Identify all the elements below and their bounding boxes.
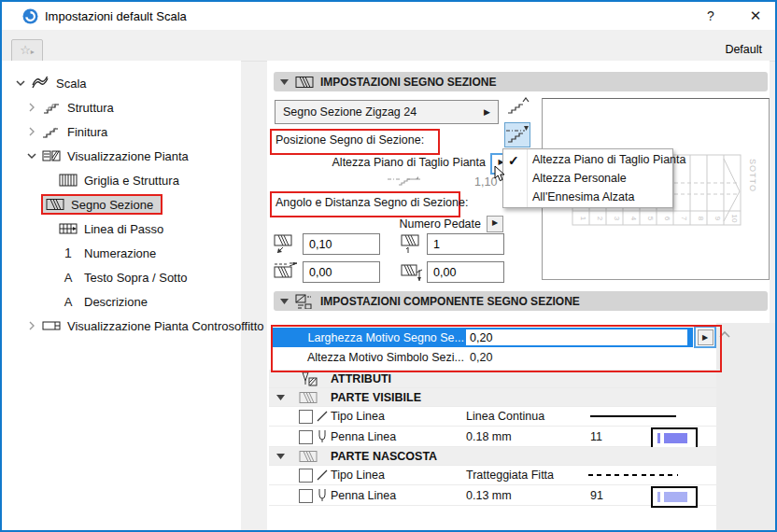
default-favorite-label[interactable]: Default [725,43,762,56]
tread-number: 5 [646,217,655,221]
chevron-right-icon[interactable] [26,321,37,330]
collapse-triangle-icon[interactable] [276,395,285,400]
marker-angle-input[interactable] [303,261,380,283]
component-row-selected[interactable]: Larghezza Motivo Segno Se... [273,328,693,347]
tree-item-label: Visualizzazione Pianta Controsoffitto [67,319,264,333]
chevron-down-icon[interactable] [15,79,26,87]
tree-item-griglia-e-struttura[interactable]: Griglia e Struttura [2,168,297,192]
menu-item-ennesima-alzata[interactable]: All'Ennesima Alzata [503,188,672,206]
marker-tread-number-icon [401,234,423,255]
settings-tree: Scala Struttura Finitura Visualizzazione… [2,61,241,530]
tree-item-linea-di-passo[interactable]: Linea di Passo [2,217,297,241]
help-button[interactable]: ? [695,2,727,30]
row-value[interactable]: 0.13 mm [466,489,512,502]
tread-number-input[interactable] [427,233,504,255]
chevron-down-icon[interactable] [26,152,37,160]
marker-position-top-button[interactable] [504,93,530,119]
line-sample-dashed [588,474,678,476]
stair-marker-top-icon [505,96,530,117]
marker-distance-input[interactable] [303,233,380,255]
component-settings-icon [295,294,314,309]
stair-structure-icon [41,101,62,114]
attributes-title: ATTRIBUTI [331,372,391,385]
number-one-icon: 1 [58,245,78,260]
section-header-componente[interactable]: IMPOSTAZIONI COMPONENTE SEGNO SEZIONE [274,291,768,311]
tree-item-numerazione[interactable]: 1 Numerazione [2,241,297,265]
position-label: Posizione Segno di Sezione: [275,133,424,147]
collapse-triangle-icon [280,79,289,85]
hidden-part-header-row[interactable]: PARTE NASCOSTA [269,447,716,466]
section-header-segno-sezione[interactable]: IMPOSTAZIONI SEGNO SEZIONE [274,72,768,91]
tread-number: 4 [629,217,638,221]
line-type-checkbox[interactable] [299,469,313,483]
scroll-up-icon[interactable] [718,330,731,339]
letter-a-icon: A [58,295,78,309]
tree-item-label: Struttura [67,101,114,115]
tread-number: 6 [663,217,671,221]
row-value[interactable]: Linea Continua [466,410,544,423]
scrollbar-track[interactable] [716,323,775,530]
line-type-checkbox[interactable] [299,410,313,424]
tree-item-testo-sopra-sotto[interactable]: A Testo Sopra / Sotto [2,265,297,289]
section-mark-icon [45,198,65,211]
tree-item-finitura[interactable]: Finitura [2,119,265,144]
flyout-icon: ▸ [31,48,35,56]
tree-item-segno-sezione[interactable]: Segno Sezione [2,192,280,217]
component-label: Larghezza Motivo Segno Se... [273,331,464,344]
line-pen-row[interactable]: Penna Linea 0.18 mm 11 [269,427,716,447]
tread-number: 10 [730,215,739,223]
line-pen-checkbox[interactable] [299,430,313,444]
pen-color-swatch[interactable] [651,486,698,508]
window-title: Impostazioni default Scala [45,9,187,23]
pen-number: 91 [590,489,603,502]
line-sample-solid [590,415,676,417]
tree-item-label: Visualizzazione Pianta [67,149,189,163]
menu-item-altezza-personale[interactable]: Altezza Personale [503,169,672,188]
row-value[interactable]: Tratteggiata Fitta [466,469,554,482]
tree-item-visualizzazione-pianta-controsoffitto[interactable]: Visualizzazione Pianta Controsoffitto [2,314,265,338]
flyout-arrow-icon: ▶ [698,329,713,345]
menu-item-label: Altezza Piano di Taglio Pianta [532,153,685,166]
tread-number: 9 [713,217,722,221]
tree-item-visualizzazione-pianta[interactable]: Visualizzazione Pianta [2,144,265,168]
line-type-icon [316,410,329,423]
height-mode-label: Altezza Piano di Taglio Pianta [310,156,486,169]
vertical-offset-input[interactable] [427,261,504,283]
collapse-triangle-icon[interactable] [276,454,285,459]
menu-item-altezza-piano[interactable]: ✓ Altezza Piano di Taglio Pianta [503,150,672,169]
section-mark-icon [295,76,314,89]
visible-part-header-row[interactable]: PARTE VISIBILE [269,388,716,407]
marker-offset-down-icon [274,234,299,255]
numero-pedate-flyout-button[interactable]: ▶ [487,216,503,232]
row-value[interactable]: 0.18 mm [466,430,512,443]
marker-angle-icon [274,262,299,283]
chevron-right-icon[interactable] [26,103,37,112]
close-button[interactable]: ✕ [740,2,771,30]
pen-color-swatch[interactable] [651,427,698,449]
line-type-row-hidden[interactable]: Tipo Linea Tratteggiata Fitta [269,466,716,485]
tree-item-scala[interactable]: Scala [2,71,254,95]
component-value-input[interactable] [466,329,687,345]
tree-item-struttura[interactable]: Struttura [2,95,265,119]
marker-type-combo[interactable]: Segno Sezione Zigzag 24 ▶ [275,100,499,124]
tree-item-descrizione[interactable]: A Descrizione [2,289,297,314]
marker-type-value: Segno Sezione Zigzag 24 [283,105,417,119]
line-type-row[interactable]: Tipo Linea Linea Continua [269,407,716,427]
line-pen-row-hidden[interactable]: Penna Linea 0.13 mm 91 [269,485,716,506]
line-type-icon [316,469,329,482]
flyout-arrow-icon: ▶ [484,107,490,117]
chevron-right-icon[interactable] [26,127,37,136]
title-bar: Impostazioni default Scala ? ✕ [2,2,775,30]
line-pen-checkbox[interactable] [299,489,313,503]
flyout-arrow-icon: ▶ [492,218,498,227]
section-mark-icon [299,450,318,463]
collapse-triangle-icon [280,299,289,304]
letter-a-icon: A [58,271,78,285]
component-row[interactable]: Altezza Motivo Simbolo Sezi... 0,20 [273,348,693,366]
tree-item-label: Descrizione [84,295,148,309]
favorites-toolbar: ☆▸ Default [2,30,775,62]
tree-item-label: Scala [56,77,87,91]
component-flyout-button[interactable]: ▶ [694,326,716,348]
marker-position-bottom-button[interactable] [504,122,530,147]
attributes-header-row[interactable]: ATTRIBUTI [269,370,716,388]
